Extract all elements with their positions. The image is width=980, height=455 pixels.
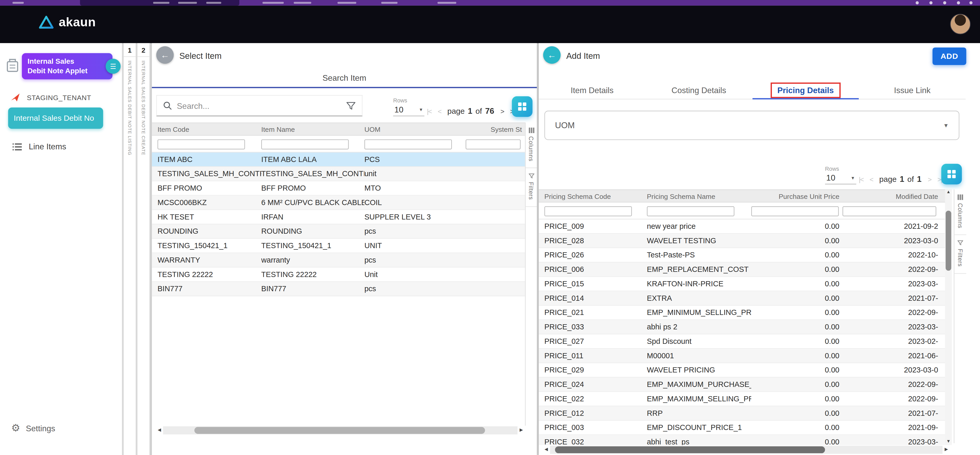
filters-toggle[interactable]: Filters (526, 169, 537, 207)
sidebar-collapse-button[interactable]: ☰ (106, 59, 121, 74)
table-side-toolbar: Columns Filters (954, 189, 966, 443)
table-row[interactable]: PRICE_033 abhi ps 2 0.00 2023-03- (539, 320, 952, 334)
filter-input-modified-date[interactable] (843, 206, 936, 216)
cell-schema-code: PRICE_022 (544, 395, 647, 403)
table-row[interactable]: PRICE_028 WAVELET TESTING 0.00 2023-03-0 (539, 234, 952, 248)
scrollbar-track[interactable] (550, 445, 943, 454)
filter-input-item-code[interactable] (158, 139, 245, 150)
table-row[interactable]: PRICE_022 EMP_MAXIMUM_SELLING_PRICE 0.00… (539, 392, 952, 407)
tab-search-item[interactable]: Search Item (152, 73, 537, 83)
column-header-purchase-unit-price[interactable]: Purchase Unit Price (751, 192, 843, 200)
cell-item-code: MCSC006BKZ (158, 198, 261, 207)
filter-input-schema-code[interactable] (544, 206, 632, 216)
scroll-up-arrow[interactable]: ▲ (945, 189, 952, 194)
uom-select[interactable]: UOM ▼ (544, 111, 959, 140)
filter-input-system-status[interactable] (466, 139, 521, 150)
table-row[interactable]: BFF PROMO BFF PROMO MTO (152, 181, 525, 196)
column-header-pricing-schema-code[interactable]: Pricing Schema Code (544, 192, 647, 200)
user-avatar[interactable] (950, 14, 971, 34)
akaun-logo[interactable]: akaun (39, 15, 95, 29)
back-button[interactable]: ← (156, 46, 174, 64)
cell-item-code: ROUNDING (158, 227, 261, 236)
prev-page-button[interactable]: < (438, 107, 441, 115)
column-header-system-status[interactable]: System St (466, 126, 525, 133)
table-row[interactable]: MCSC006BKZ 6 MM² CU/PVC BLACK CABLE 1...… (152, 196, 525, 210)
table-row[interactable]: TESTING 22222 TESTING 22222 Unit (152, 267, 525, 282)
filter-input-uom[interactable] (364, 139, 452, 150)
filter-input-schema-name[interactable] (647, 206, 734, 216)
column-header-item-code[interactable]: Item Code (158, 126, 261, 133)
applet-title-line1: Internal Sales (28, 57, 107, 66)
grid-view-button[interactable] (512, 96, 533, 117)
table-row[interactable]: PRICE_003 EMP_DISCOUNT_PRICE_1 0.00 2021… (539, 421, 952, 435)
funnel-icon (528, 173, 534, 179)
table-row[interactable]: ROUNDING ROUNDING pcs (152, 224, 525, 239)
filter-input-item-name[interactable] (261, 139, 349, 150)
rows-per-page-select[interactable]: 10 ▼ (393, 104, 424, 116)
scrollbar-track[interactable] (163, 426, 518, 434)
table-row[interactable]: PRICE_015 KRAFTON-INR-PRICE 0.00 2023-03… (539, 277, 952, 291)
back-button[interactable]: ← (543, 46, 561, 64)
column-header-modified-date[interactable]: Modified Date (843, 192, 941, 200)
column-header-pricing-schema-name[interactable]: Pricing Schema Name (647, 192, 751, 200)
next-page-button[interactable]: > (500, 107, 504, 115)
tenant-selector[interactable]: STAGING_TENANT (10, 92, 91, 102)
scroll-left-arrow[interactable]: ◀ (156, 428, 163, 433)
add-item-panel: ← Add Item ADD Item Details Costing Deta… (539, 43, 980, 455)
prev-page-button[interactable]: < (870, 175, 873, 183)
tab-issue-link[interactable]: Issue Link (859, 81, 966, 99)
table-row[interactable]: PRICE_014 EXTRA 0.00 2021-07- (539, 291, 952, 305)
scrollbar-thumb[interactable] (194, 426, 485, 434)
filter-icon[interactable] (346, 102, 356, 110)
rows-per-page-select[interactable]: 10 ▼ (825, 172, 856, 184)
table-row[interactable]: ITEM ABC ITEM ABC LALA PCS (152, 153, 525, 167)
table-row[interactable]: TESTING_150421_1 TESTING_150421_1 UNIT (152, 239, 525, 253)
scrollbar-thumb[interactable] (555, 446, 825, 453)
step-number: 1 (124, 43, 136, 57)
scroll-right-arrow[interactable]: ▶ (518, 428, 525, 433)
table-row[interactable]: BIN777 BIN777 pcs (152, 282, 525, 296)
table-row[interactable]: TESTING_SALES_MH_CONTRACT TESTING_SALES_… (152, 167, 525, 181)
table-row[interactable]: HK TESET IRFAN SUPPLER LEVEL 3 (152, 210, 525, 224)
scroll-right-arrow[interactable]: ▶ (943, 447, 950, 452)
table-row[interactable]: PRICE_024 EMP_MAXIMUM_PURCHASE_P... 0.00… (539, 378, 952, 392)
first-page-button[interactable]: |< (427, 107, 431, 115)
add-button[interactable]: ADD (932, 48, 966, 65)
grid-view-button[interactable] (941, 164, 962, 185)
table-row[interactable]: PRICE_011 M00001 0.00 2021-06- (539, 349, 952, 363)
cell-schema-code: PRICE_028 (544, 236, 647, 245)
cell-schema-name: EXTRA (647, 294, 751, 302)
table-row[interactable]: PRICE_029 WAVELET PRICING 0.00 2023-03-0 (539, 363, 952, 378)
table-row[interactable]: PRICE_012 RRP 0.00 2021-07- (539, 406, 952, 421)
filters-toggle[interactable]: Filters (955, 235, 966, 274)
table-row[interactable]: PRICE_032 abhi_test_ps 0.00 2023-03- (539, 435, 952, 445)
table-row[interactable]: PRICE_006 EMP_REPLACEMENT_COST 0.00 2022… (539, 262, 952, 277)
step-strip-listing[interactable]: 1 INTERNAL SALES DEBIT NOTE LISTING (123, 43, 136, 455)
cell-modified-date: 2022-09- (843, 395, 941, 403)
table-row[interactable]: PRICE_026 Test-Paste-PS 0.00 2022-10- (539, 248, 952, 262)
columns-toggle[interactable]: Columns (955, 189, 966, 235)
module-button-internal-sales-debit-note[interactable]: Internal Sales Debit No (8, 108, 103, 129)
next-page-button[interactable]: > (928, 175, 931, 183)
applet-title-button[interactable]: Internal Sales Debit Note Applet (22, 53, 113, 79)
table-row[interactable]: WARRANTY warranty pcs (152, 253, 525, 268)
table-row[interactable]: PRICE_021 EMP_MINIMUM_SELLING_PRICE 0.00… (539, 305, 952, 320)
tab-costing-details[interactable]: Costing Details (646, 81, 752, 99)
search-input[interactable] (177, 101, 341, 110)
cell-uom: SUPPLER LEVEL 3 (364, 213, 466, 221)
sidebar-item-line-items[interactable]: Line Items (13, 142, 66, 151)
step-strip-create[interactable]: 2 INTERNAL SALES DEBIT NOTE CREATE (137, 43, 150, 455)
table-row[interactable]: PRICE_027 Spd Discount 0.00 2023-02- (539, 334, 952, 349)
scroll-down-arrow[interactable]: ▼ (945, 439, 952, 443)
filter-input-unit-price[interactable] (751, 206, 839, 216)
tab-pricing-details[interactable]: Pricing Details (752, 81, 859, 99)
column-header-uom[interactable]: UOM (364, 126, 466, 133)
tab-item-details[interactable]: Item Details (539, 81, 646, 99)
sidebar-item-settings[interactable]: ⚙ Settings (11, 423, 55, 433)
column-header-item-name[interactable]: Item Name (261, 126, 364, 133)
scrollbar-thumb[interactable] (946, 211, 951, 271)
table-row[interactable]: PRICE_009 new year price 0.00 2021-09-2 (539, 220, 952, 234)
columns-toggle[interactable]: Columns (526, 123, 537, 169)
first-page-button[interactable]: |< (859, 175, 864, 183)
scroll-left-arrow[interactable]: ◀ (542, 447, 550, 452)
